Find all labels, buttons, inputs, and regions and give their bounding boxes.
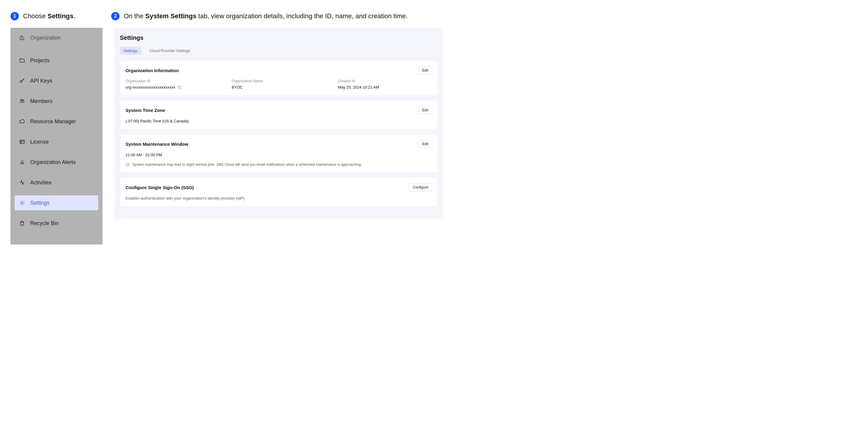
copy-icon[interactable]: [178, 85, 182, 89]
sidebar-item-recycle-bin[interactable]: Recycle Bin: [14, 216, 98, 231]
sidebar-label: Activities: [30, 179, 52, 186]
step-badge-2: 2: [111, 12, 120, 20]
cloud-icon: [19, 118, 25, 125]
svg-rect-3: [20, 140, 25, 144]
org-name-label: Organization Name: [231, 79, 326, 83]
org-id-value: org-xxxxxxxxxxxxxxxxxxxxxx: [126, 85, 175, 89]
edit-button[interactable]: Edit: [418, 66, 432, 74]
sidebar-label: API Keys: [30, 78, 52, 84]
edit-button[interactable]: Edit: [418, 106, 432, 114]
sidebar-item-settings[interactable]: Settings: [14, 195, 98, 210]
page-title: Settings: [120, 34, 438, 41]
tabs: Settings Cloud Provider Settings: [120, 47, 438, 55]
svg-point-4: [21, 141, 22, 142]
step-2-text: On the System Settings tab, view organiz…: [124, 12, 408, 20]
card-title: System Time Zone: [126, 108, 165, 113]
sidebar-label: Projects: [30, 57, 50, 64]
step-badge-1: 1: [10, 12, 19, 20]
sidebar-label: Recycle Bin: [30, 220, 59, 227]
created-at-value: May 20, 2024 10:21 AM: [338, 85, 432, 89]
maintenance-window-value: 11:00 AM - 01:00 PM: [126, 153, 432, 157]
key-icon: [19, 78, 25, 84]
card-organization-information: Organization Information Edit Organizati…: [120, 60, 438, 96]
timezone-value: (-07:00) Pacific Time (US & Canada): [126, 119, 432, 123]
card-title: Organization Information: [126, 68, 179, 73]
tab-cloud-provider-settings[interactable]: Cloud Provider Settings: [146, 47, 194, 55]
sidebar-label: Organization: [30, 35, 61, 41]
sidebar-item-activities[interactable]: Activities: [14, 175, 98, 190]
folder-icon: [19, 57, 25, 64]
gear-icon: [19, 200, 25, 206]
sidebar-label: Members: [30, 98, 53, 105]
sso-description: Enables authentication with your organiz…: [126, 196, 432, 200]
maintenance-hint-text: System maintenance may lead to slight se…: [132, 163, 362, 167]
sidebar: Organization Projects API Keys Members: [10, 28, 102, 245]
card-system-time-zone: System Time Zone Edit (-07:00) Pacific T…: [120, 100, 438, 130]
svg-point-2: [23, 99, 24, 101]
main-content: Settings Settings Cloud Provider Setting…: [115, 28, 443, 219]
step-1-text: Choose Settings.: [23, 12, 75, 20]
card-title: System Maintenance Window: [126, 142, 188, 147]
org-id-label: Organization ID: [126, 79, 220, 83]
instruction-annotations: 1 Choose Settings. 2 On the System Setti…: [10, 12, 858, 20]
sidebar-label: Organization Alerts: [30, 159, 75, 166]
card-title: Configure Single Sign-On (SSO): [126, 185, 194, 190]
trash-icon: [19, 220, 25, 227]
edit-button[interactable]: Edit: [418, 140, 432, 148]
sidebar-label: Resource Manager: [30, 118, 76, 125]
annotation-step-1: 1 Choose Settings.: [10, 12, 75, 20]
sidebar-item-api-keys[interactable]: API Keys: [14, 73, 98, 88]
building-icon: [19, 34, 25, 41]
card-configure-sso: Configure Single Sign-On (SSO) Configure…: [120, 177, 438, 207]
org-name-value: BYOC: [231, 85, 326, 89]
license-icon: [19, 139, 25, 145]
sidebar-item-license[interactable]: License: [14, 134, 98, 149]
configure-button[interactable]: Configure: [409, 183, 432, 191]
sidebar-header-organization[interactable]: Organization: [14, 33, 98, 45]
created-at-label: Created At: [338, 79, 432, 83]
sidebar-label: Settings: [30, 200, 50, 206]
tab-settings[interactable]: Settings: [120, 47, 141, 55]
svg-point-1: [21, 99, 23, 101]
svg-point-5: [22, 202, 23, 204]
sidebar-label: License: [30, 139, 49, 145]
sidebar-item-resource-manager[interactable]: Resource Manager: [14, 114, 98, 129]
svg-rect-6: [179, 86, 181, 89]
users-icon: [19, 98, 25, 105]
sidebar-item-organization-alerts[interactable]: Organization Alerts: [14, 155, 98, 170]
info-icon: [126, 163, 130, 167]
card-system-maintenance-window: System Maintenance Window Edit 11:00 AM …: [120, 134, 438, 173]
sidebar-item-members[interactable]: Members: [14, 94, 98, 109]
maintenance-hint: System maintenance may lead to slight se…: [126, 163, 432, 167]
sidebar-item-projects[interactable]: Projects: [14, 53, 98, 68]
svg-point-0: [20, 81, 22, 83]
annotation-step-2: 2 On the System Settings tab, view organ…: [111, 12, 408, 20]
alert-icon: [19, 159, 25, 166]
activity-icon: [19, 179, 25, 186]
